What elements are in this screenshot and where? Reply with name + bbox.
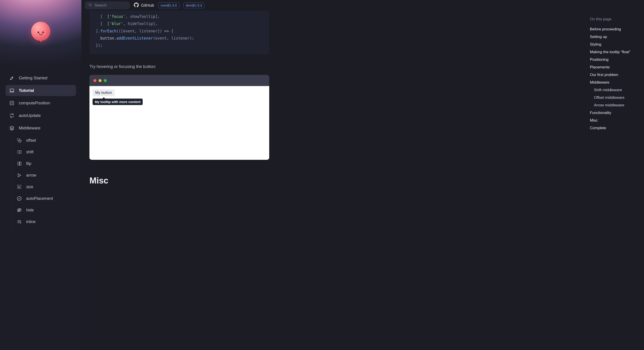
layers-icon bbox=[9, 125, 15, 131]
nav-computeposition[interactable]: computePosition bbox=[5, 97, 76, 109]
nav-tutorial[interactable]: Tutorial bbox=[5, 85, 76, 96]
demo-button[interactable]: My button bbox=[92, 89, 115, 96]
toc-link[interactable]: Making the tooltip “float” bbox=[590, 48, 640, 56]
svg-rect-2 bbox=[10, 101, 14, 105]
svg-point-3 bbox=[11, 102, 12, 103]
toc-title: On this page bbox=[590, 17, 640, 21]
eye-off-icon bbox=[16, 207, 22, 213]
nav-label: hide bbox=[26, 208, 34, 213]
logo-balloon bbox=[31, 22, 50, 41]
github-label: GitHub bbox=[141, 3, 154, 8]
svg-rect-9 bbox=[18, 151, 19, 153]
nav-middleware[interactable]: Middleware bbox=[5, 122, 76, 134]
nav-label: Getting Started bbox=[19, 75, 48, 80]
nav-size[interactable]: size bbox=[12, 181, 76, 192]
nav-hide[interactable]: hide bbox=[12, 205, 76, 215]
sidebar: Getting Started Tutorial computePosition… bbox=[0, 0, 82, 350]
refresh-icon bbox=[9, 113, 15, 118]
toc-link[interactable]: Middleware bbox=[590, 79, 640, 86]
nav-autoplacement[interactable]: autoPlacement bbox=[12, 193, 76, 204]
demo-tooltip: My tooltip with more content bbox=[92, 99, 143, 105]
toc-link[interactable]: Misc bbox=[590, 117, 640, 124]
toc-link[interactable]: Styling bbox=[590, 41, 640, 48]
nav-getting-started[interactable]: Getting Started bbox=[5, 72, 76, 84]
svg-rect-7 bbox=[18, 139, 20, 141]
svg-rect-11 bbox=[18, 162, 19, 165]
search-icon bbox=[88, 3, 92, 8]
svg-point-0 bbox=[12, 77, 13, 78]
toc-link[interactable]: Before proceeding bbox=[590, 25, 640, 33]
grid-icon bbox=[9, 100, 15, 106]
github-link[interactable]: GitHub bbox=[134, 2, 154, 8]
demo-frame: My button My tooltip with more content bbox=[90, 75, 269, 160]
nav-arrow[interactable]: arrow bbox=[12, 170, 76, 181]
topbar: GitHub core@1.5.0 dom@1.5.3 bbox=[82, 0, 644, 11]
nav-label: autoPlacement bbox=[26, 196, 53, 201]
nav-label: inline bbox=[26, 220, 36, 224]
window-dot-yellow bbox=[98, 79, 102, 82]
play-icon bbox=[16, 172, 22, 178]
toc-link[interactable]: Our first problem bbox=[590, 71, 640, 79]
svg-point-4 bbox=[12, 102, 13, 103]
svg-point-5 bbox=[11, 103, 12, 104]
nav-label: offset bbox=[26, 138, 36, 143]
window-dot-red bbox=[94, 79, 96, 82]
github-icon bbox=[134, 2, 139, 8]
nav-offset[interactable]: offset bbox=[12, 135, 76, 146]
nav-label: Tutorial bbox=[19, 88, 34, 93]
nav-label: flip bbox=[26, 161, 31, 166]
nav-label: size bbox=[26, 185, 33, 189]
sidebar-hero bbox=[0, 0, 82, 67]
svg-rect-8 bbox=[19, 140, 21, 142]
heading-misc: Misc bbox=[90, 176, 269, 186]
code-block: [ ['focus', showTooltip], [ ['blur', hid… bbox=[90, 11, 269, 54]
toc-sublink[interactable]: Arrow middleware bbox=[590, 101, 640, 109]
toc-link[interactable]: Placements bbox=[590, 63, 640, 71]
shift-icon bbox=[16, 149, 22, 155]
svg-point-16 bbox=[89, 3, 91, 6]
nav-label: shift bbox=[26, 150, 34, 154]
window-dot-green bbox=[104, 79, 107, 82]
sidebar-nav: Getting Started Tutorial computePosition… bbox=[0, 67, 82, 236]
nav-label: Middleware bbox=[19, 126, 40, 130]
toc-sublink[interactable]: Shift middleware bbox=[590, 86, 640, 94]
nav-middleware-children: offset shift flip arrow size bbox=[12, 135, 76, 227]
search-input[interactable] bbox=[94, 3, 126, 7]
nav-label: arrow bbox=[26, 173, 36, 178]
toc-link[interactable]: Complete bbox=[590, 124, 640, 132]
nav-shift[interactable]: shift bbox=[12, 147, 76, 157]
size-icon bbox=[16, 184, 22, 190]
lead-text: Try hovering or focusing the button: bbox=[90, 64, 269, 69]
check-circle-icon bbox=[16, 196, 22, 201]
nav-label: computePosition bbox=[19, 101, 50, 105]
toc-link[interactable]: Functionality bbox=[590, 109, 640, 117]
demo-window-bar bbox=[90, 75, 269, 86]
nav-autoupdate[interactable]: autoUpdate bbox=[5, 110, 76, 121]
toc-link[interactable]: Positioning bbox=[590, 56, 640, 63]
code-content: [ ['focus', showTooltip], [ ['blur', hid… bbox=[96, 13, 263, 49]
toc-sublink[interactable]: Offset middleware bbox=[590, 94, 640, 101]
nav-label: autoUpdate bbox=[19, 113, 41, 118]
nav-inline[interactable]: inline bbox=[12, 216, 76, 227]
toc-link[interactable]: Setting up bbox=[590, 33, 640, 41]
svg-rect-12 bbox=[20, 162, 21, 165]
offset-icon bbox=[16, 137, 22, 143]
nav-flip[interactable]: flip bbox=[12, 158, 76, 169]
main: GitHub core@1.5.0 dom@1.5.3 [ ['focus', … bbox=[82, 0, 644, 350]
version-badge-dom[interactable]: dom@1.5.3 bbox=[183, 2, 204, 8]
version-badge-core[interactable]: core@1.5.0 bbox=[158, 2, 179, 8]
svg-point-6 bbox=[12, 103, 13, 104]
toc: On this page Before proceeding Setting u… bbox=[588, 11, 644, 350]
svg-rect-10 bbox=[19, 151, 21, 153]
svg-rect-1 bbox=[10, 89, 14, 91]
demo-body: My button My tooltip with more content bbox=[90, 86, 269, 160]
inline-icon bbox=[16, 219, 22, 225]
svg-point-14 bbox=[17, 196, 21, 200]
search-box[interactable] bbox=[85, 1, 130, 9]
rocket-icon bbox=[9, 75, 15, 81]
article: [ ['focus', showTooltip], [ ['blur', hid… bbox=[82, 11, 278, 350]
laptop-icon bbox=[9, 88, 15, 93]
flip-icon bbox=[16, 161, 22, 167]
